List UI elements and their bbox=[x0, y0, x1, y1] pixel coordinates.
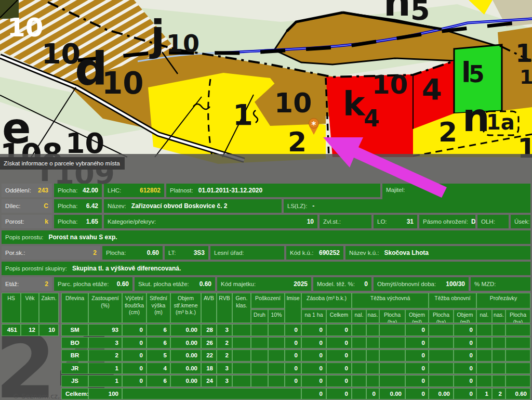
info-cell: Úsek:1 bbox=[511, 215, 530, 228]
info-value: 10 bbox=[307, 218, 314, 225]
table-cell: 0 bbox=[326, 324, 352, 336]
info-cell: OLH: bbox=[477, 215, 509, 228]
info-value: D bbox=[471, 218, 475, 225]
table-cell bbox=[506, 337, 530, 349]
table-cell bbox=[232, 324, 251, 336]
table-header-cell: HS bbox=[2, 293, 21, 323]
table-cell: 26 bbox=[201, 337, 217, 349]
info-label: Model. těž. %: bbox=[317, 281, 355, 287]
table-cell: 24 bbox=[201, 375, 217, 387]
table-cell bbox=[366, 337, 379, 349]
info-value: 3S3 bbox=[194, 249, 205, 256]
table-cell: 0.00 bbox=[170, 363, 201, 375]
table-cell: Celkem: bbox=[61, 388, 88, 400]
info-label: Oddělení: bbox=[5, 187, 31, 193]
table-cell bbox=[268, 337, 285, 349]
table-header-cell: Výčetní tloušťka (cm) bbox=[122, 293, 147, 323]
table-cell: 0 bbox=[454, 388, 476, 400]
table-header-cell: 10% bbox=[268, 309, 285, 323]
info-value: 0 bbox=[364, 280, 368, 288]
table-cell: 0 bbox=[301, 363, 326, 375]
info-label: LT: bbox=[168, 250, 176, 256]
info-cell: Platnost:01.01.2011-31.12.2020 bbox=[166, 184, 380, 197]
map-label: 10 bbox=[166, 30, 200, 58]
table-cell bbox=[492, 337, 506, 349]
table-cell: 0 bbox=[301, 324, 326, 336]
table-cell: 0 bbox=[285, 350, 301, 362]
table-cell bbox=[352, 375, 366, 387]
info-cell: Pásmo ohrožení:D bbox=[419, 215, 475, 228]
table-cell bbox=[251, 350, 268, 362]
table-cell: 0 bbox=[122, 350, 147, 362]
info-cell: Por.sk.:2 bbox=[2, 246, 100, 260]
table-cell: 3 bbox=[217, 375, 232, 387]
table-cell bbox=[379, 350, 405, 362]
map-label: 1 bbox=[233, 98, 253, 132]
stand-info-panel: Oddělení:243Plocha:42.00LHC:612802Platno… bbox=[0, 184, 532, 291]
info-label: Pásmo ohrožení: bbox=[423, 218, 468, 225]
table-cell: 0.00 bbox=[170, 337, 201, 349]
table-header-cell: Objem (m³) bbox=[454, 309, 476, 323]
table-cell: 0 bbox=[285, 337, 301, 349]
table-cell bbox=[366, 324, 379, 336]
info-label: Název: bbox=[108, 203, 126, 209]
table-cell: 0 bbox=[122, 375, 147, 387]
table-cell: 0 bbox=[405, 350, 429, 362]
table-cell: 18 bbox=[201, 363, 217, 375]
info-cell: Název:Zařizovací obvod Boskovice č. 2 bbox=[104, 199, 282, 213]
info-label: Plocha: bbox=[106, 250, 126, 256]
table-cell: 4 bbox=[147, 363, 170, 375]
info-label: Obmýtí/obnovní doba: bbox=[377, 281, 436, 287]
table-cell: 0 bbox=[326, 337, 352, 349]
info-label: LHC: bbox=[108, 187, 121, 193]
table-cell: 100 bbox=[88, 388, 122, 400]
table-cell bbox=[268, 363, 285, 375]
info-cell: Kategorie/překryv:10 bbox=[104, 215, 317, 228]
info-label: Etáž: bbox=[5, 281, 19, 287]
map-label: 10 bbox=[7, 12, 44, 43]
map-label: n bbox=[383, 0, 411, 24]
info-label: Kód majetku: bbox=[221, 281, 256, 287]
table-header-cell: Věk bbox=[21, 293, 39, 323]
info-value: 01.01.2011-31.12.2020 bbox=[198, 187, 262, 194]
table-header-cell: Zakm. bbox=[39, 293, 59, 323]
table-cell bbox=[506, 350, 530, 362]
map-label: 10 bbox=[372, 70, 408, 100]
table-cell bbox=[476, 375, 492, 387]
table-cell: 0.00 bbox=[379, 388, 405, 400]
map-label: 4 bbox=[422, 72, 442, 106]
table-cell: 0.60 bbox=[506, 388, 530, 400]
table-cell bbox=[429, 337, 454, 349]
table-header-cell: Poškození bbox=[251, 293, 285, 308]
info-cell: Dílec:C bbox=[2, 199, 52, 213]
info-cell: Zvl.st.: bbox=[320, 215, 371, 228]
map-tooltip: Získat informace o parcele vybraného mís… bbox=[0, 157, 125, 170]
info-label: Porost: bbox=[5, 218, 24, 225]
table-header-cell: nal. bbox=[476, 309, 492, 323]
table-cell bbox=[251, 363, 268, 375]
table-header-cell: Těžba výchovná bbox=[352, 293, 429, 308]
table-header-cell: Plocha (ha) bbox=[379, 309, 405, 323]
info-label: Majitel: bbox=[386, 187, 405, 193]
table-cell bbox=[476, 350, 492, 362]
table-header-cell: Zásoba (m³ b.k.) bbox=[301, 293, 352, 308]
table-header-cell: Objem (m³) bbox=[405, 309, 429, 323]
info-cell: Popis porostu:Porost na svahu S exp. bbox=[2, 230, 530, 244]
info-value: 0.60 bbox=[200, 280, 211, 288]
table-cell bbox=[429, 324, 454, 336]
table-cell: 2 bbox=[492, 388, 506, 400]
table-cell: 5 bbox=[147, 350, 170, 362]
info-value: 690252 bbox=[319, 249, 340, 256]
info-value: k bbox=[45, 218, 48, 225]
table-cell: 12 bbox=[21, 324, 39, 336]
info-value: C bbox=[44, 202, 48, 210]
info-value: - bbox=[312, 202, 314, 210]
table-cell: 1 bbox=[88, 375, 122, 387]
info-label: Název k.ú.: bbox=[349, 250, 379, 256]
info-cell: Obmýtí/obnovní doba:100/30 bbox=[374, 277, 469, 291]
info-row: Porost:kPlocha:1.65Kategorie/překryv:10Z… bbox=[2, 215, 530, 228]
table-cell: 0 bbox=[285, 324, 301, 336]
table-cell: 1 bbox=[476, 388, 492, 400]
info-label: Popis porostní skupiny: bbox=[5, 265, 67, 272]
map-label: * bbox=[312, 120, 316, 130]
